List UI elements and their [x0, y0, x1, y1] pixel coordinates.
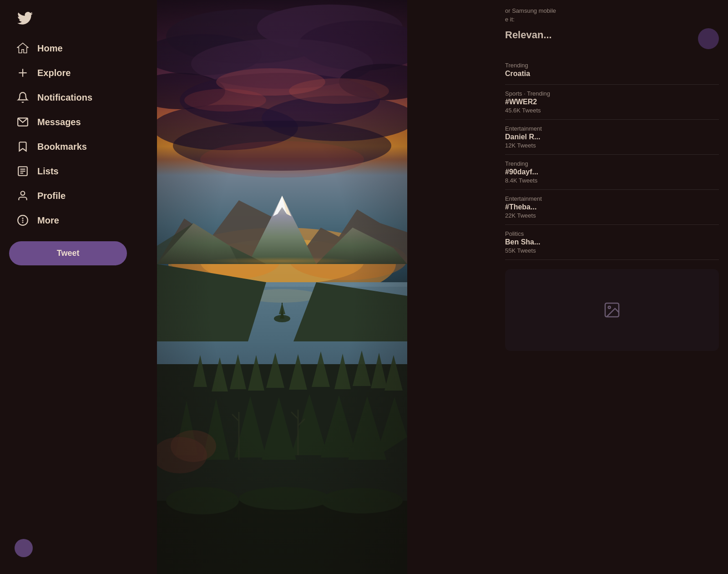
trend-category-4: Trending: [505, 160, 719, 167]
sidebar-item-bookmarks[interactable]: Bookmarks: [9, 135, 148, 158]
sidebar-item-explore[interactable]: Explore: [9, 61, 148, 85]
svg-point-85: [608, 306, 611, 309]
notifications-label: Notifications: [37, 92, 92, 103]
trend-name-3: Daniel R...: [505, 133, 719, 141]
trend-name-5: #Theba...: [505, 203, 719, 211]
user-account-widget[interactable]: [9, 533, 148, 563]
bottom-image-card: [505, 269, 719, 351]
explore-icon: [16, 66, 29, 79]
samsung-text: or Samsung mobile: [505, 7, 719, 14]
svg-point-79: [21, 191, 25, 195]
notifications-icon: [16, 91, 29, 104]
description-text: e it:: [505, 16, 719, 23]
trend-count-4: 8.4K Tweets: [505, 177, 719, 184]
profile-label: Profile: [37, 191, 66, 201]
trend-90day[interactable]: Trending #90dayf... 8.4K Tweets: [505, 155, 719, 190]
lists-icon: [16, 165, 29, 178]
lists-label: Lists: [37, 166, 59, 177]
trend-count-5: 22K Tweets: [505, 212, 719, 219]
center-image: [157, 0, 407, 574]
bookmarks-icon: [16, 140, 29, 153]
home-label: Home: [37, 43, 63, 54]
trend-bensha[interactable]: Politics Ben Sha... 55K Tweets: [505, 225, 719, 260]
trend-count-3: 12K Tweets: [505, 142, 719, 149]
trend-name-6: Ben Sha...: [505, 238, 719, 246]
trend-category: Trending: [505, 62, 719, 69]
sidebar-item-messages[interactable]: Messages: [9, 110, 148, 134]
sidebar-item-lists[interactable]: Lists: [9, 159, 148, 183]
right-panel: or Samsung mobile e it: Relevan... Trend…: [496, 0, 728, 574]
svg-point-81: [22, 218, 23, 218]
trend-category-6: Politics: [505, 230, 719, 237]
sidebar-item-home[interactable]: Home: [9, 36, 148, 60]
more-label: More: [37, 215, 59, 226]
right-panel-header: Relevan...: [505, 29, 698, 41]
sidebar-item-profile[interactable]: Profile: [9, 184, 148, 208]
trend-count-2: 45.6K Tweets: [505, 107, 719, 114]
trend-name-4: #90dayf...: [505, 168, 719, 176]
sidebar: Home Explore Notifications Messages: [0, 0, 157, 574]
trend-theba[interactable]: Entertainment #Theba... 22K Tweets: [505, 190, 719, 225]
tweet-button[interactable]: Tweet: [9, 241, 127, 265]
trend-wwer2[interactable]: Sports · Trending #WWER2 45.6K Tweets: [505, 85, 719, 120]
sidebar-item-notifications[interactable]: Notifications: [9, 86, 148, 109]
trend-category-3: Entertainment: [505, 125, 719, 132]
right-avatar: [698, 28, 719, 49]
bookmarks-label: Bookmarks: [37, 142, 87, 152]
trends-section: Trending Croatia Sports · Trending #WWER…: [505, 56, 719, 260]
avatar: [15, 539, 33, 557]
trend-category-2: Sports · Trending: [505, 90, 719, 97]
messages-icon: [16, 116, 29, 128]
profile-icon: [16, 189, 29, 202]
svg-point-82: [22, 220, 23, 220]
messages-label: Messages: [37, 117, 81, 127]
sidebar-item-more[interactable]: More: [9, 208, 148, 232]
trend-name-2: #WWER2: [505, 98, 719, 106]
home-icon: [16, 42, 29, 55]
explore-label: Explore: [37, 68, 71, 78]
more-icon: [16, 214, 29, 227]
twitter-logo-icon[interactable]: [14, 7, 36, 30]
trend-daniel[interactable]: Entertainment Daniel R... 12K Tweets: [505, 120, 719, 155]
svg-point-83: [22, 222, 23, 223]
trend-croatia[interactable]: Trending Croatia: [505, 56, 719, 85]
trend-name: Croatia: [505, 70, 719, 78]
trend-category-5: Entertainment: [505, 195, 719, 202]
trend-count-6: 55K Tweets: [505, 247, 719, 254]
